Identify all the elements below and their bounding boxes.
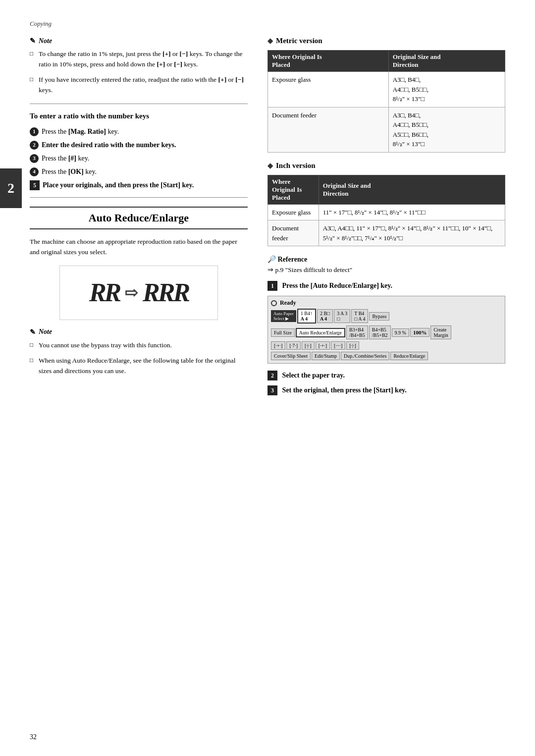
inch-title: Inch version: [276, 162, 316, 170]
right-step-2-label: 2: [268, 371, 277, 380]
step-1-text: Press the [Mag. Ratio] key.: [42, 126, 119, 137]
step-num-1: 1: [30, 127, 39, 136]
note2-title: Note: [30, 328, 248, 336]
ui-row-size: Full Size Auto Reduce/Enlarge B3+B4/B4+B…: [271, 325, 502, 339]
metric-col2-header: Original Size andDirection: [388, 51, 505, 72]
ui-reduce-enlarge[interactable]: Reduce/Enlarge: [390, 352, 428, 360]
steps-list: 1 Press the [Mag. Ratio] key. 2 Enter th…: [30, 126, 248, 190]
ui-icon-5[interactable]: [·−·]: [331, 341, 345, 350]
step-3: 3 Press the [#] key.: [30, 153, 248, 163]
ui-dup-combine[interactable]: Dup./Combine/Series: [341, 352, 389, 360]
ui-percent-btn[interactable]: 9.9 %: [392, 328, 409, 337]
ui-mockup: Ready Auto PaperSelect ▶ 1 B4↑A 4 2 B□A …: [268, 296, 505, 364]
ui-row-tray: Auto PaperSelect ▶ 1 B4↑A 4 2 B□A 4 3 A …: [271, 309, 502, 324]
step-num-3: 3: [30, 154, 39, 163]
ui-autore-btn[interactable]: Auto Reduce/Enlarge: [296, 328, 345, 337]
inch-row-1: Exposure glass 11" × 17"□, 8¹/₂" × 14"□,…: [268, 204, 505, 220]
note1-section: Note To change the ratio in 1% steps, ju…: [30, 37, 248, 96]
ui-100-btn[interactable]: 100%: [410, 328, 430, 337]
person-icon: 🔎: [268, 256, 276, 263]
right-step-1-label: 1: [268, 281, 277, 291]
metric-cell-2-1: Document feeder: [268, 107, 389, 152]
ui-icon-3[interactable]: [·|·]: [302, 341, 315, 350]
ui-icon-2[interactable]: [·7·]: [286, 341, 301, 350]
ui-paper-2[interactable]: 2 B□A 4: [317, 309, 333, 323]
divider2: [30, 197, 248, 198]
auto-reduce-desc: The machine can choose an appropriate re…: [30, 236, 248, 258]
ui-paper-1[interactable]: 1 B4↑A 4: [297, 309, 316, 324]
step-4-text: Press the [OK] key.: [42, 166, 97, 177]
reference-body: ⇒ p.9 "Sizes difficult to detect": [268, 266, 505, 274]
metric-cell-1-1: Exposure glass: [268, 72, 389, 108]
diamond-icon-metric: ◆: [268, 37, 273, 45]
ui-ratio1-btn[interactable]: B3+B4/B4+B5: [346, 325, 368, 339]
metric-table: Where Original IsPlaced Original Size an…: [268, 50, 505, 153]
inch-cell-1-2: 11" × 17"□, 8¹/₂" × 14"□, 8¹/₂" × 11"□□: [319, 204, 505, 220]
ui-icon-1[interactable]: [·+·]: [271, 341, 285, 350]
note2-item-1: You cannot use the bypass tray with this…: [30, 340, 248, 351]
step-5: 5 Place your originals, and then press t…: [30, 180, 248, 190]
rr-left: RR: [89, 278, 119, 307]
auto-reduce-title: Auto Reduce/Enlarge: [30, 207, 248, 229]
right-step-3-label: 3: [268, 385, 277, 395]
step-1: 1 Press the [Mag. Ratio] key.: [30, 126, 248, 137]
reference-section: 🔎 Reference ⇒ p.9 "Sizes difficult to de…: [268, 255, 505, 274]
note1-item-2: If you have incorrectly entered the rati…: [30, 75, 248, 96]
divider1: [30, 104, 248, 104]
step-2-text: Enter the desired ratio with the number …: [42, 140, 176, 150]
right-step-2-text: Select the paper tray.: [282, 372, 345, 379]
ui-create-margin-btn[interactable]: CreateMargin: [430, 325, 451, 339]
page: Copying 2 Note To change the ratio in 1%…: [0, 0, 535, 756]
note1-list: To change the ratio in 1% steps, just pr…: [30, 49, 248, 96]
rr-right: RRR: [143, 278, 188, 307]
right-step-1-text: Press the [Auto Reduce/Enlarge] key.: [282, 282, 393, 289]
right-column: ◆ Metric version Where Original IsPlaced…: [268, 37, 505, 400]
ui-row-bottom: Cover/Slip Sheet Edit/Stamp Dup./Combine…: [271, 352, 502, 360]
ui-ratio2-btn[interactable]: B4+B5/B5+B2: [369, 325, 391, 339]
inch-col2-header: Original Size andDirection: [319, 175, 505, 204]
metric-row-1: Exposure glass A3□, B4□,A4□□, B5□□,8¹/₂"…: [268, 72, 505, 108]
note2-list: You cannot use the bypass tray with this…: [30, 340, 248, 377]
right-step-2: 2 Select the paper tray.: [268, 371, 505, 380]
right-step-3: 3 Set the original, then press the [Star…: [268, 385, 505, 395]
metric-title: Metric version: [276, 37, 322, 45]
ui-edit-stamp[interactable]: Edit/Stamp: [312, 352, 340, 360]
rr-arrow: ⇨: [124, 283, 138, 302]
right-step-1: 1 Press the [Auto Reduce/Enlarge] key.: [268, 281, 505, 291]
ui-icon-6[interactable]: [·|·]: [346, 341, 359, 350]
inch-col1-header: Where Original IsPlaced: [268, 175, 319, 204]
step-5-text: Place your originals, and then press the…: [43, 180, 194, 190]
note2-item-2: When using Auto Reduce/Enlarge, see the …: [30, 356, 248, 377]
ui-ready-text: Ready: [280, 299, 296, 307]
metric-row-2: Document feeder A3□, B4□,A4□□, B5□□,A5□□…: [268, 107, 505, 152]
inch-table: Where Original IsPlaced Original Size an…: [268, 175, 505, 247]
rr-image: RR ⇨ RRR: [59, 266, 218, 320]
metric-section-header: ◆ Metric version: [268, 37, 505, 45]
metric-cell-2-2: A3□, B4□,A4□□, B5□□,A5□□, B6□□,8¹/₂" × 1…: [388, 107, 505, 152]
step-3-text: Press the [#] key.: [42, 153, 89, 163]
inch-cell-2-1: Document feeder: [268, 220, 319, 246]
ui-cover-slip[interactable]: Cover/Slip Sheet: [271, 352, 311, 360]
ui-fullsize-btn[interactable]: Full Size: [271, 328, 295, 337]
reference-title: 🔎 Reference: [268, 255, 505, 264]
step-num-5: 5: [30, 180, 40, 190]
metric-cell-1-2: A3□, B4□,A4□□, B5□□,8¹/₂" × 13"□: [388, 72, 505, 108]
rr-inner: RR ⇨ RRR: [89, 278, 188, 307]
ready-circle-icon: [271, 300, 277, 306]
ui-paper-4[interactable]: T B4□ A 4: [351, 309, 368, 323]
enter-ratio-title: To enter a ratio with the number keys: [30, 111, 248, 121]
page-number: 32: [30, 733, 37, 741]
step-num-2: 2: [30, 141, 39, 150]
metric-col1-header: Where Original IsPlaced: [268, 51, 389, 72]
right-step-3-text: Set the original, then press the [Start]…: [282, 386, 407, 394]
header-label: Copying: [30, 20, 505, 28]
ui-tray-btn[interactable]: Auto PaperSelect ▶: [271, 310, 296, 322]
ui-paper-3[interactable]: 3 A 3□: [334, 309, 350, 323]
ui-bypass[interactable]: Bypass: [369, 312, 389, 321]
left-column: Note To change the ratio in 1% steps, ju…: [30, 37, 248, 400]
inch-row-2: Document feeder A3□, A4□□, 11" × 17"□, 8…: [268, 220, 505, 246]
ui-icon-4[interactable]: [·+·]: [316, 341, 330, 350]
note1-item-1: To change the ratio in 1% steps, just pr…: [30, 49, 248, 70]
enter-ratio-section: To enter a ratio with the number keys 1 …: [30, 111, 248, 190]
ui-row-icons: [·+·] [·7·] [·|·] [·+·] [·−·] [·|·]: [271, 341, 502, 350]
